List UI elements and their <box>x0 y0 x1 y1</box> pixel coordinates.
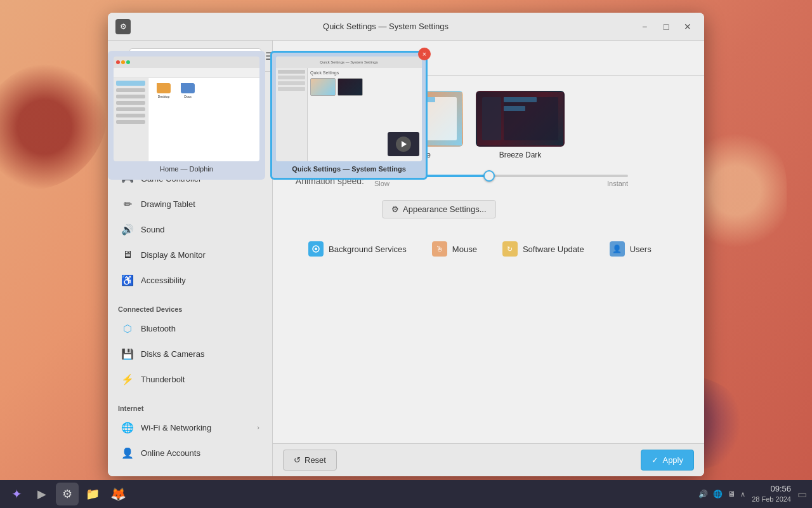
sysset-preview-img: Quick Settings — System Settings Quick S… <box>276 57 422 161</box>
sound-icon: 🔊 <box>121 222 134 236</box>
task-switcher: Desktop Docs Home — Dolphin × Quick Sett… <box>108 51 508 180</box>
sidebar-item-disks-label: Disks & Cameras <box>141 349 259 359</box>
arrow-icon: › <box>257 424 259 431</box>
taskbar-plasma[interactable]: ✦ <box>5 483 28 505</box>
show-desktop-icon[interactable]: ▭ <box>797 488 807 500</box>
svg-point-1 <box>315 248 317 250</box>
wifi-icon: 🌐 <box>121 420 134 434</box>
display-icon: 🖥 <box>121 248 134 262</box>
taskbar-dolphin[interactable]: 📁 <box>81 483 104 505</box>
appearance-settings-label: Appearance Settings... <box>403 204 487 214</box>
window-footer: ↺ Reset ✓ Apply <box>273 443 704 476</box>
sidebar-item-wifi-label: Wi-Fi & Networking <box>141 423 251 432</box>
reset-label: Reset <box>304 455 326 465</box>
taskbar-system-settings[interactable]: ⚙ <box>56 483 79 505</box>
online-accounts-icon: 👤 <box>121 446 134 460</box>
task-thumb-dolphin[interactable]: Desktop Docs Home — Dolphin <box>108 51 265 180</box>
bluetooth-icon: ⬡ <box>121 321 134 335</box>
quick-launch-section: Background Services 🖱 Mouse ↻ Software U… <box>288 229 689 269</box>
appearance-settings-button[interactable]: ⚙ Appearance Settings... <box>382 200 496 218</box>
quick-item-users-label: Users <box>630 244 652 254</box>
taskbar-apps: ✦ ▶ ⚙ 📁 🦊 <box>5 483 129 505</box>
sidebar-item-online-accounts[interactable]: 👤 Online Accounts <box>110 441 270 465</box>
screen-icon[interactable]: 🖥 <box>728 490 735 498</box>
sidebar-item-accessibility[interactable]: ♿ Accessibility <box>110 268 270 292</box>
quick-item-mouse-label: Mouse <box>452 244 477 254</box>
taskbar-system-tray: 🔊 🌐 🖥 ∧ 09:56 28 Feb 2024 ▭ <box>698 484 807 504</box>
task-thumb-sysset[interactable]: × Quick Settings — System Settings Quick… <box>270 51 428 180</box>
sidebar-item-disks[interactable]: 💾 Disks & Cameras <box>110 342 270 366</box>
dark-mini-content <box>504 97 558 140</box>
sidebar-item-display[interactable]: 🖥 Display & Monitor <box>110 243 270 267</box>
sidebar-item-bluetooth[interactable]: ⬡ Bluetooth <box>110 316 270 340</box>
minimize-button[interactable]: − <box>636 18 653 36</box>
system-tray-icons: 🔊 🌐 🖥 ∧ <box>698 490 745 498</box>
sidebar-item-sound-label: Sound <box>141 225 259 234</box>
system-clock[interactable]: 09:56 28 Feb 2024 <box>752 484 791 504</box>
sidebar-item-sound[interactable]: 🔊 Sound <box>110 217 270 241</box>
sidebar-item-drawing-tablet[interactable]: ✏ Drawing Tablet <box>110 192 270 216</box>
clock-date: 28 Feb 2024 <box>752 495 791 504</box>
quick-item-mouse[interactable]: 🖱 Mouse <box>427 239 482 259</box>
quick-item-bg-services[interactable]: Background Services <box>303 239 412 259</box>
taskbar-firefox[interactable]: 🦊 <box>107 483 129 505</box>
mouse-quick-icon: 🖱 <box>432 241 447 257</box>
thunderbolt-icon: ⚡ <box>121 372 134 386</box>
quick-item-bg-services-label: Background Services <box>329 244 407 254</box>
taskbar-konsole[interactable]: ▶ <box>30 483 53 505</box>
quick-item-software-update-label: Software Update <box>523 244 584 254</box>
dolphin-thumb-label: Home — Dolphin <box>114 164 259 174</box>
apply-button[interactable]: ✓ Apply <box>641 450 694 471</box>
sidebar-item-wifi[interactable]: 🌐 Wi-Fi & Networking › <box>110 415 270 439</box>
sidebar-item-bluetooth-label: Bluetooth <box>141 324 259 333</box>
section-label-connected: Connected Devices <box>108 298 272 316</box>
speed-instant-label: Instant <box>607 180 628 187</box>
volume-icon[interactable]: 🔊 <box>698 490 708 498</box>
software-update-icon: ↻ <box>502 241 518 257</box>
bg-services-icon <box>308 241 324 257</box>
quick-item-users[interactable]: 👤 Users <box>605 239 657 259</box>
appearance-settings-row: ⚙ Appearance Settings... <box>288 200 689 218</box>
disks-icon: 💾 <box>121 347 134 361</box>
maximize-button[interactable]: □ <box>657 18 675 36</box>
accessibility-icon: ♿ <box>121 273 134 287</box>
close-thumb-icon[interactable]: × <box>418 48 431 60</box>
close-button[interactable]: ✕ <box>679 18 697 36</box>
section-label-appearance: Appearance & Style <box>108 471 272 476</box>
apply-label: Apply <box>662 455 683 465</box>
speed-slow-label: Slow <box>374 180 390 187</box>
speed-labels: Slow Instant <box>374 180 628 187</box>
section-label-internet: Internet <box>108 397 272 415</box>
reset-button[interactable]: ↺ Reset <box>283 450 337 471</box>
network-icon[interactable]: 🌐 <box>713 490 723 498</box>
sidebar-item-drawing-tablet-label: Drawing Tablet <box>141 199 259 209</box>
dolphin-preview-img: Desktop Docs <box>114 57 259 161</box>
titlebar: ⚙ Quick Settings — System Settings − □ ✕ <box>108 13 704 41</box>
appearance-settings-icon: ⚙ <box>391 204 399 214</box>
users-icon: 👤 <box>610 241 625 257</box>
sidebar-item-accessibility-label: Accessibility <box>141 276 259 285</box>
window-title: Quick Settings — System Settings <box>136 22 636 31</box>
window-controls: − □ ✕ <box>636 18 697 36</box>
sysset-thumb-label: Quick Settings — System Settings <box>276 164 422 174</box>
sidebar-item-thunderbolt-label: Thunderbolt <box>141 375 259 384</box>
expand-tray-icon[interactable]: ∧ <box>740 490 745 498</box>
clock-time: 09:56 <box>752 484 791 495</box>
sidebar-item-thunderbolt[interactable]: ⚡ Thunderbolt <box>110 367 270 391</box>
app-icon: ⚙ <box>115 19 131 34</box>
drawing-tablet-icon: ✏ <box>121 197 134 211</box>
sidebar-item-display-label: Display & Monitor <box>141 250 259 260</box>
apply-icon: ✓ <box>652 455 658 465</box>
quick-item-software-update[interactable]: ↻ Software Update <box>497 239 589 259</box>
taskbar: ✦ ▶ ⚙ 📁 🦊 🔊 🌐 🖥 ∧ 09:56 28 Feb 2024 ▭ <box>0 480 812 508</box>
sidebar-item-online-accounts-label: Online Accounts <box>141 448 259 458</box>
reset-icon: ↺ <box>294 455 301 465</box>
